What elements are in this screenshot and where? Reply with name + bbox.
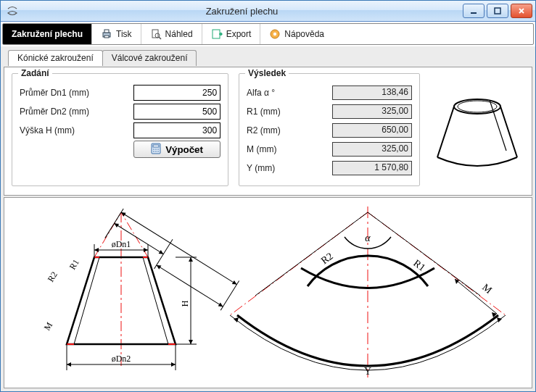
client-area: Kónické zakroužení Válcové zakroužení Za…: [1, 46, 535, 391]
compute-label: Výpočet: [165, 144, 203, 155]
preview-label: Náhled: [165, 29, 193, 39]
export-button[interactable]: Export: [202, 24, 260, 44]
svg-point-10: [273, 33, 276, 36]
svg-point-13: [153, 149, 154, 150]
output-group: Výsledek Alfa α °138,46 R1 (mm)325,00 R2…: [239, 73, 420, 186]
app-icon: [7, 5, 18, 17]
svg-line-7: [159, 37, 161, 39]
svg-point-20: [458, 101, 497, 112]
svg-line-39: [121, 212, 236, 285]
output-legend: Výsledek: [245, 68, 289, 78]
svg-line-48: [255, 212, 368, 296]
print-button[interactable]: Tisk: [91, 24, 141, 44]
help-icon: [269, 28, 281, 40]
dn2-input[interactable]: [133, 104, 220, 120]
svg-line-49: [368, 212, 480, 296]
minimize-button[interactable]: [463, 4, 485, 18]
close-button[interactable]: [511, 4, 532, 18]
preview-icon: [150, 28, 162, 40]
preview-button[interactable]: Náhled: [141, 24, 202, 44]
r2-label: R2 (mm): [247, 125, 328, 135]
svg-line-44: [220, 281, 239, 311]
m-label: M (mm): [247, 144, 328, 154]
print-icon: [101, 28, 112, 40]
svg-rect-1: [495, 8, 500, 14]
svg-line-42: [105, 209, 123, 238]
print-label: Tisk: [116, 29, 132, 39]
help-label: Nápověda: [284, 29, 324, 39]
svg-rect-3: [104, 30, 109, 33]
alfa-value: 138,46: [332, 86, 412, 100]
dim-h: H: [180, 300, 190, 306]
dim-m-left: M: [42, 320, 55, 333]
svg-point-14: [155, 149, 157, 150]
h-input[interactable]: [133, 122, 220, 138]
compute-button[interactable]: Výpočet: [133, 141, 220, 158]
dim-y: Y: [364, 366, 371, 377]
dn1-input[interactable]: [133, 85, 220, 101]
dn2-label: Průměr Dn2 (mm): [20, 107, 129, 117]
m-value: 325,00: [332, 142, 412, 157]
title-bar: Zakružení plechu: [1, 1, 535, 22]
toolbar: Zakružení plechu Tisk Náhled Export Nápo…: [2, 23, 534, 45]
export-label: Export: [226, 29, 252, 39]
cone-3d-preview: [430, 73, 524, 186]
tab-conical[interactable]: Kónické zakroužení: [8, 50, 103, 66]
svg-point-18: [157, 151, 159, 152]
export-icon: [211, 28, 223, 40]
calculator-icon: [151, 143, 161, 157]
dn1-label: Průměr Dn1 (mm): [20, 88, 129, 98]
dim-dn2: øDn2: [112, 354, 131, 364]
input-group: Zadání Průměr Dn1 (mm) Průměr Dn2 (mm) V…: [12, 73, 228, 186]
tab-cylindrical[interactable]: Válcové zakroužení: [102, 50, 197, 66]
y-label: Y (mm): [247, 163, 328, 173]
svg-rect-8: [213, 30, 220, 38]
toolbar-title: Zakružení plechu: [3, 24, 91, 44]
r1-value: 325,00: [332, 104, 412, 119]
window-title: Zakružení plechu: [21, 6, 463, 17]
y-value: 1 570,80: [332, 161, 412, 175]
svg-point-16: [153, 151, 154, 152]
r2-value: 650,00: [332, 123, 412, 138]
svg-line-43: [154, 239, 173, 269]
dim-alpha: α: [365, 233, 371, 243]
app-window: Zakružení plechu Zakružení plechu Tisk N…: [0, 0, 536, 392]
svg-line-41: [157, 265, 223, 306]
dim-r1-left: R1: [67, 257, 81, 271]
svg-rect-4: [104, 36, 109, 38]
dim-dn1: øDn1: [112, 239, 131, 249]
maximize-button[interactable]: [487, 4, 508, 18]
alfa-label: Alfa α °: [247, 88, 328, 98]
dim-r2-left: R2: [46, 270, 59, 283]
io-panel: Zadání Průměr Dn1 (mm) Průměr Dn2 (mm) V…: [4, 67, 532, 196]
svg-rect-12: [153, 145, 159, 147]
help-button[interactable]: Nápověda: [260, 24, 333, 44]
technical-drawing: øDn1 øDn2 H: [4, 197, 532, 388]
input-legend: Zadání: [18, 68, 52, 78]
h-label: Výška H (mm): [20, 125, 129, 135]
r1-label: R1 (mm): [247, 107, 328, 117]
dim-m-dev: M: [480, 282, 495, 296]
window-controls: [463, 4, 532, 18]
tab-strip: Kónické zakroužení Válcové zakroužení: [8, 49, 532, 65]
svg-point-17: [155, 151, 157, 152]
svg-point-15: [157, 149, 159, 150]
